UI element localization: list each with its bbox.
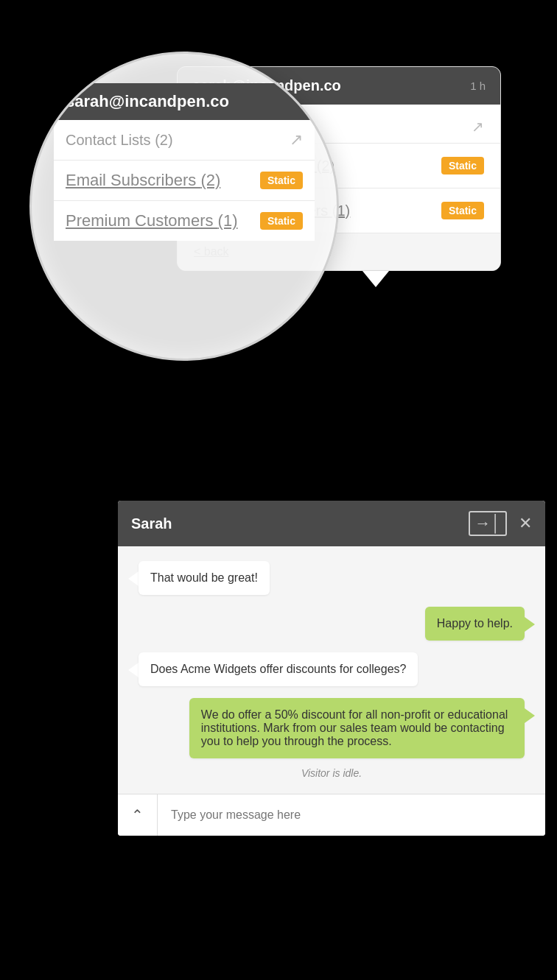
message-2: Happy to help. xyxy=(425,607,535,641)
popup-section-label: Contact Lists (2) xyxy=(194,119,290,135)
back-link[interactable]: < back xyxy=(194,245,229,258)
message-3: Does Acme Widgets offer discounts for co… xyxy=(128,652,418,686)
chat-body: That would be great! Happy to help. Does… xyxy=(118,546,545,794)
agent-bubble-1: Happy to help. xyxy=(425,607,525,641)
popup-wrapper: sarah@incandpen.co Contact Lists (2) ↗ E… xyxy=(44,22,501,287)
list-item-premium-customers[interactable]: Premium Customers (1) Static xyxy=(178,188,500,233)
expand-icon[interactable]: ⌃ xyxy=(118,794,158,836)
close-icon[interactable]: ✕ xyxy=(519,514,532,533)
popup-email: sarah@incandpen.co xyxy=(192,77,341,94)
callout-arrow xyxy=(206,271,501,287)
visitor-arrow-2 xyxy=(128,663,139,677)
popup-panel: sarah@incandpen.co 1 h Contact Lists (2)… xyxy=(177,66,501,271)
magnify-section-title: Contact Lists (2) xyxy=(66,132,173,149)
visitor-bubble-2: Does Acme Widgets offer discounts for co… xyxy=(139,652,418,686)
chat-header-actions: →│ ✕ xyxy=(469,511,532,536)
premium-customers-link[interactable]: Premium Customers (1) xyxy=(194,202,350,219)
popup-header: sarah@incandpen.co 1 h xyxy=(178,67,500,105)
list-item-email-subscribers[interactable]: Email Subscribers (2) Static xyxy=(178,144,500,188)
agent-arrow-2 xyxy=(525,708,535,723)
visitor-bubble-1: That would be great! xyxy=(139,561,270,595)
premium-customers-badge: Static xyxy=(441,202,484,219)
chat-header: Sarah →│ ✕ xyxy=(118,501,545,546)
email-subscribers-badge: Static xyxy=(441,157,484,175)
chat-input-bar: ⌃ xyxy=(118,794,545,836)
agent-bubble-2: We do offer a 50% discount for all non-p… xyxy=(189,698,525,758)
message-4: We do offer a 50% discount for all non-p… xyxy=(189,698,535,758)
chat-window: Sarah →│ ✕ That would be great! Happy to… xyxy=(118,501,545,836)
email-subscribers-link[interactable]: Email Subscribers (2) xyxy=(194,158,334,175)
visitor-arrow-1 xyxy=(128,571,139,586)
message-input[interactable] xyxy=(158,797,545,833)
chat-agent-name: Sarah xyxy=(131,515,172,532)
message-1: That would be great! xyxy=(128,561,270,595)
popup-time: 1 h xyxy=(470,80,486,92)
transfer-icon[interactable]: →│ xyxy=(469,511,507,536)
popup-footer: < back xyxy=(178,233,500,270)
visitor-idle-status: Visitor is idle. xyxy=(128,767,535,779)
external-link-icon[interactable]: ↗ xyxy=(472,118,484,135)
popup-section-title: Contact Lists (2) ↗ xyxy=(178,105,500,144)
agent-arrow-1 xyxy=(525,617,535,632)
